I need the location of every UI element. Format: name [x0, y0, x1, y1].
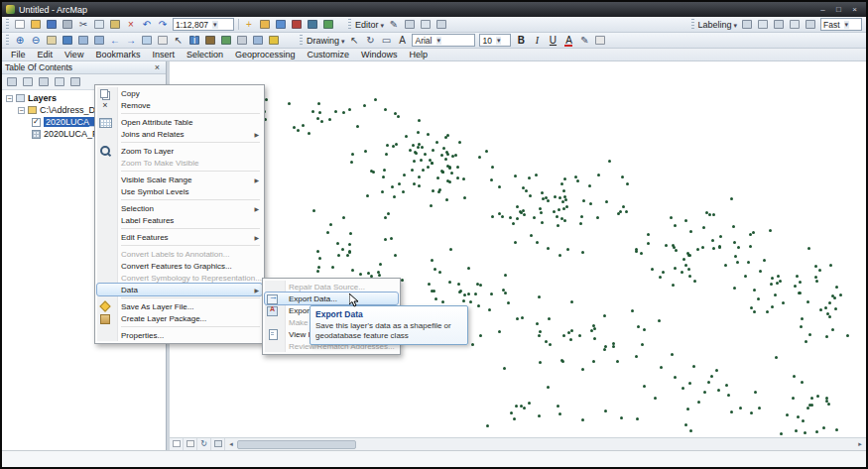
menu-item-create-layer-package[interactable]: Create Layer Package... ▶ — [97, 312, 262, 324]
modelbuilder-icon[interactable] — [320, 18, 336, 32]
menu-item-joins-and-relates[interactable]: Joins and Relates ▶ — [97, 128, 262, 140]
label-engine-combo[interactable]: Fast — [820, 18, 862, 31]
scroll-right-icon[interactable]: ▸ — [854, 440, 866, 448]
measure-icon[interactable] — [218, 34, 234, 48]
menu-bar-item[interactable]: Bookmarks — [89, 50, 146, 59]
toolbar-drag-handle[interactable] — [6, 19, 9, 30]
menu-item-open-attribute-table[interactable]: Open Attribute Table ▶ — [97, 116, 262, 128]
menu-item-zoom-to-layer[interactable]: Zoom To Layer ▶ — [97, 145, 262, 157]
menu-item-copy[interactable]: Copy ▶ — [97, 87, 262, 99]
toolbar-drag-handle[interactable] — [348, 19, 351, 30]
add-data-icon[interactable]: + — [241, 18, 257, 32]
cut-icon[interactable]: ✂ — [75, 18, 91, 32]
identify-icon[interactable]: i — [186, 34, 202, 48]
fixed-zoom-in-icon[interactable] — [75, 34, 91, 48]
label-manager-icon[interactable] — [739, 18, 755, 32]
menu-bar-item[interactable]: File — [5, 50, 32, 59]
menu-bar-item[interactable]: View — [59, 50, 89, 59]
zoom-out-icon[interactable]: ⊖ — [28, 34, 44, 48]
fill-color-button[interactable] — [592, 34, 608, 48]
list-by-selection-icon[interactable] — [52, 75, 67, 89]
collapse-icon[interactable] — [18, 107, 25, 114]
menu-item-zoom-to-make-visible[interactable]: Zoom To Make Visible ▶ — [97, 157, 262, 169]
menu-item-selection[interactable]: Selection ▶ — [97, 202, 262, 214]
menu-bar-item[interactable]: Selection — [181, 50, 229, 59]
menu-item-repair-data-source[interactable]: Repair Data Source... ▶ — [265, 281, 398, 293]
menu-item-convert-symbology-to-representation[interactable]: Convert Symbology to Representation... ▶ — [97, 272, 262, 284]
menu-item-edit-features[interactable]: Edit Features ▶ — [97, 231, 262, 243]
menu-bar-item[interactable]: Customize — [302, 50, 356, 59]
pan-icon[interactable] — [44, 34, 60, 48]
save-icon[interactable] — [44, 18, 60, 32]
bold-button[interactable]: B — [513, 34, 529, 48]
create-features-icon[interactable] — [402, 18, 418, 32]
drawing-menu-button[interactable]: Drawing — [307, 36, 344, 46]
label-weight-icon[interactable] — [771, 18, 787, 32]
map-scale-combo[interactable]: 1:12,807 — [173, 18, 234, 31]
print-icon[interactable] — [60, 18, 75, 32]
list-by-drawing-order-icon[interactable] — [4, 75, 20, 89]
list-by-visibility-icon[interactable] — [36, 75, 52, 89]
collapse-icon[interactable] — [6, 95, 13, 102]
menu-bar-item[interactable]: Help — [404, 50, 434, 59]
font-name-combo[interactable]: Arial — [412, 34, 475, 47]
menu-item-export-data[interactable]: Export Data... ▶ — [265, 293, 398, 304]
italic-button[interactable]: I — [529, 34, 545, 48]
open-icon[interactable] — [28, 18, 44, 32]
font-size-combo[interactable]: 10 — [479, 34, 511, 47]
catalog-window-icon[interactable] — [257, 18, 273, 32]
scroll-left-icon[interactable]: ◂ — [225, 440, 237, 448]
select-elements-tool-icon[interactable]: ↖ — [346, 34, 362, 48]
edit-tool-icon[interactable]: ✎ — [386, 18, 402, 32]
menu-bar-item[interactable]: Edit — [32, 50, 60, 59]
menu-bar-item[interactable]: Insert — [146, 50, 181, 59]
pause-drawing-button[interactable] — [211, 438, 225, 450]
toolbar-drag-handle[interactable] — [691, 19, 694, 30]
view-unplaced-labels-icon[interactable] — [803, 18, 818, 32]
menu-item-use-symbol-levels[interactable]: Use Symbol Levels ▶ — [97, 185, 262, 197]
refresh-view-button[interactable]: ↻ — [197, 438, 211, 450]
redo-icon[interactable]: ↷ — [155, 18, 171, 32]
paste-icon[interactable] — [107, 18, 123, 32]
menu-item-convert-labels-to-annotation[interactable]: Convert Labels to Annotation... ▶ — [97, 248, 262, 260]
toolbar-drag-handle[interactable] — [6, 35, 9, 46]
rotate-tool-icon[interactable]: ↻ — [362, 34, 378, 48]
menu-item-data[interactable]: Data ▶ — [97, 284, 262, 295]
forward-extent-icon[interactable]: → — [123, 34, 139, 48]
zoom-in-icon[interactable]: ⊕ — [12, 34, 28, 48]
minimize-button[interactable]: – — [815, 4, 830, 15]
edit-vertices-icon[interactable] — [418, 18, 434, 32]
delete-icon[interactable]: × — [123, 18, 139, 32]
toolbar-drag-handle[interactable] — [300, 35, 303, 46]
text-tool-icon[interactable]: A — [394, 34, 410, 48]
menu-item-remove[interactable]: × Remove ▶ — [97, 99, 262, 111]
menu-bar-item[interactable]: Geoprocessing — [229, 50, 302, 59]
full-extent-icon[interactable] — [60, 34, 75, 48]
attributes-icon[interactable] — [434, 18, 449, 32]
clear-selection-icon[interactable] — [155, 34, 171, 48]
go-to-xy-icon[interactable] — [234, 34, 250, 48]
new-map-icon[interactable] — [12, 18, 28, 32]
menu-item-save-as-layer-file[interactable]: Save As Layer File... ▶ — [97, 300, 262, 312]
toc-options-icon[interactable] — [67, 75, 83, 89]
rectangle-tool-icon[interactable]: ▭ — [378, 34, 394, 48]
layer-checkbox[interactable] — [32, 130, 41, 139]
html-popup-icon[interactable] — [266, 34, 282, 48]
find-icon[interactable] — [202, 34, 218, 48]
back-extent-icon[interactable]: ← — [107, 34, 123, 48]
list-by-source-icon[interactable] — [20, 75, 36, 89]
menu-item-visible-scale-range[interactable]: Visible Scale Range ▶ — [97, 174, 262, 185]
select-elements-icon[interactable]: ↖ — [171, 34, 186, 48]
layout-view-button[interactable] — [184, 438, 197, 450]
undo-icon[interactable]: ↶ — [139, 18, 155, 32]
labeling-menu-button[interactable]: Labeling — [698, 20, 738, 30]
select-features-icon[interactable] — [139, 34, 155, 48]
python-window-icon[interactable] — [305, 18, 320, 32]
arctoolbox-icon[interactable] — [289, 18, 305, 32]
copy-icon[interactable] — [91, 18, 107, 32]
layer-checkbox[interactable] — [32, 118, 41, 127]
menu-bar-item[interactable]: Windows — [355, 50, 404, 59]
fixed-zoom-out-icon[interactable] — [91, 34, 107, 48]
scrollbar-thumb[interactable] — [237, 440, 356, 449]
font-color-button[interactable]: A — [560, 34, 576, 48]
